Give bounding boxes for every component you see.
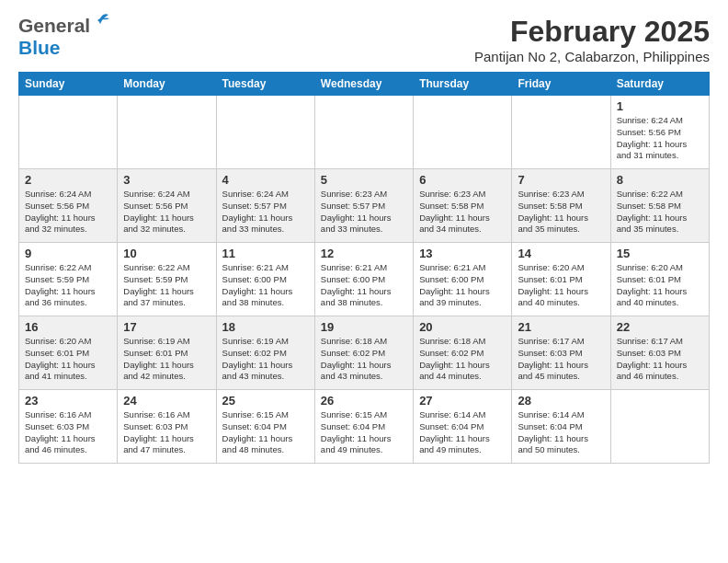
day-info: Sunrise: 6:14 AM Sunset: 6:04 PM Dayligh… — [419, 409, 506, 456]
calendar-cell: 17Sunrise: 6:19 AM Sunset: 6:01 PM Dayli… — [118, 316, 216, 390]
day-number: 21 — [518, 320, 604, 334]
calendar-cell: 16Sunrise: 6:20 AM Sunset: 6:01 PM Dayli… — [19, 316, 118, 390]
day-info: Sunrise: 6:24 AM Sunset: 5:57 PM Dayligh… — [222, 189, 309, 236]
calendar-cell — [512, 96, 610, 169]
calendar-cell: 19Sunrise: 6:18 AM Sunset: 6:02 PM Dayli… — [314, 316, 413, 390]
day-number: 13 — [419, 247, 506, 260]
day-info: Sunrise: 6:19 AM Sunset: 6:01 PM Dayligh… — [123, 336, 210, 383]
calendar-cell: 14Sunrise: 6:20 AM Sunset: 6:01 PM Dayli… — [512, 243, 610, 316]
calendar-cell: 21Sunrise: 6:17 AM Sunset: 6:03 PM Dayli… — [512, 316, 610, 390]
calendar-cell: 4Sunrise: 6:24 AM Sunset: 5:57 PM Daylig… — [216, 169, 314, 243]
day-info: Sunrise: 6:20 AM Sunset: 6:01 PM Dayligh… — [518, 262, 604, 309]
calendar-cell: 11Sunrise: 6:21 AM Sunset: 6:00 PM Dayli… — [216, 243, 314, 316]
day-info: Sunrise: 6:21 AM Sunset: 6:00 PM Dayligh… — [419, 262, 506, 309]
day-info: Sunrise: 6:16 AM Sunset: 6:03 PM Dayligh… — [25, 409, 111, 456]
day-number: 12 — [321, 247, 407, 260]
day-number: 8 — [617, 173, 703, 187]
day-info: Sunrise: 6:14 AM Sunset: 6:04 PM Dayligh… — [518, 409, 604, 456]
month-title: February 2025 — [474, 15, 710, 49]
day-info: Sunrise: 6:23 AM Sunset: 5:58 PM Dayligh… — [419, 189, 506, 236]
header-day-monday: Monday — [118, 73, 216, 96]
calendar-cell: 18Sunrise: 6:19 AM Sunset: 6:02 PM Dayli… — [216, 316, 314, 390]
day-number: 25 — [222, 394, 309, 408]
calendar-cell — [19, 96, 118, 169]
title-area: February 2025 Pantijan No 2, Calabarzon,… — [474, 15, 710, 64]
calendar-cell: 20Sunrise: 6:18 AM Sunset: 6:02 PM Dayli… — [414, 316, 512, 390]
day-info: Sunrise: 6:22 AM Sunset: 5:58 PM Dayligh… — [617, 189, 703, 236]
day-number: 4 — [222, 173, 309, 187]
calendar-cell: 22Sunrise: 6:17 AM Sunset: 6:03 PM Dayli… — [610, 316, 709, 390]
day-number: 28 — [518, 394, 604, 408]
day-number: 20 — [419, 320, 506, 334]
header-day-saturday: Saturday — [610, 73, 709, 96]
day-number: 19 — [321, 320, 407, 334]
calendar-cell — [610, 390, 709, 464]
day-number: 23 — [25, 394, 111, 408]
day-info: Sunrise: 6:22 AM Sunset: 5:59 PM Dayligh… — [123, 262, 210, 309]
calendar-table: SundayMondayTuesdayWednesdayThursdayFrid… — [18, 72, 710, 464]
day-info: Sunrise: 6:18 AM Sunset: 6:02 PM Dayligh… — [419, 336, 506, 383]
header-day-friday: Friday — [512, 73, 610, 96]
calendar-cell: 12Sunrise: 6:21 AM Sunset: 6:00 PM Dayli… — [314, 243, 413, 316]
day-number: 18 — [222, 320, 309, 334]
logo-general-text: General — [18, 15, 90, 37]
day-info: Sunrise: 6:15 AM Sunset: 6:04 PM Dayligh… — [222, 409, 309, 456]
calendar-cell: 27Sunrise: 6:14 AM Sunset: 6:04 PM Dayli… — [414, 390, 512, 464]
day-number: 15 — [617, 247, 703, 260]
calendar-week-row: 16Sunrise: 6:20 AM Sunset: 6:01 PM Dayli… — [19, 316, 710, 390]
calendar-cell: 2Sunrise: 6:24 AM Sunset: 5:56 PM Daylig… — [19, 169, 118, 243]
logo-blue-text: Blue — [18, 37, 61, 58]
day-number: 9 — [25, 247, 111, 260]
calendar-cell: 15Sunrise: 6:20 AM Sunset: 6:01 PM Dayli… — [610, 243, 709, 316]
day-info: Sunrise: 6:21 AM Sunset: 6:00 PM Dayligh… — [222, 262, 309, 309]
header-day-thursday: Thursday — [414, 73, 512, 96]
calendar-cell: 6Sunrise: 6:23 AM Sunset: 5:58 PM Daylig… — [414, 169, 512, 243]
calendar-week-row: 2Sunrise: 6:24 AM Sunset: 5:56 PM Daylig… — [19, 169, 710, 243]
day-number: 10 — [123, 247, 210, 260]
day-number: 6 — [419, 173, 506, 187]
calendar-cell: 13Sunrise: 6:21 AM Sunset: 6:00 PM Dayli… — [414, 243, 512, 316]
day-info: Sunrise: 6:17 AM Sunset: 6:03 PM Dayligh… — [518, 336, 604, 383]
calendar-cell: 10Sunrise: 6:22 AM Sunset: 5:59 PM Dayli… — [118, 243, 216, 316]
header-day-wednesday: Wednesday — [314, 73, 413, 96]
logo: General Blue — [18, 15, 112, 59]
header-day-sunday: Sunday — [19, 73, 118, 96]
day-info: Sunrise: 6:19 AM Sunset: 6:02 PM Dayligh… — [222, 336, 309, 383]
calendar-cell: 7Sunrise: 6:23 AM Sunset: 5:58 PM Daylig… — [512, 169, 610, 243]
calendar-cell: 23Sunrise: 6:16 AM Sunset: 6:03 PM Dayli… — [19, 390, 118, 464]
day-info: Sunrise: 6:24 AM Sunset: 5:56 PM Dayligh… — [617, 115, 703, 162]
logo-text: General Blue — [18, 15, 112, 59]
day-number: 27 — [419, 394, 506, 408]
day-info: Sunrise: 6:23 AM Sunset: 5:57 PM Dayligh… — [321, 189, 407, 236]
calendar-header-row: SundayMondayTuesdayWednesdayThursdayFrid… — [19, 73, 710, 96]
calendar-cell — [216, 96, 314, 169]
calendar-cell — [314, 96, 413, 169]
calendar-cell: 3Sunrise: 6:24 AM Sunset: 5:56 PM Daylig… — [118, 169, 216, 243]
day-info: Sunrise: 6:15 AM Sunset: 6:04 PM Dayligh… — [321, 409, 407, 456]
calendar-week-row: 1Sunrise: 6:24 AM Sunset: 5:56 PM Daylig… — [19, 96, 710, 169]
day-info: Sunrise: 6:24 AM Sunset: 5:56 PM Dayligh… — [25, 189, 111, 236]
calendar-week-row: 23Sunrise: 6:16 AM Sunset: 6:03 PM Dayli… — [19, 390, 710, 464]
day-info: Sunrise: 6:24 AM Sunset: 5:56 PM Dayligh… — [123, 189, 210, 236]
day-info: Sunrise: 6:16 AM Sunset: 6:03 PM Dayligh… — [123, 409, 210, 456]
calendar-cell — [118, 96, 216, 169]
day-number: 17 — [123, 320, 210, 334]
day-number: 16 — [25, 320, 111, 334]
day-info: Sunrise: 6:22 AM Sunset: 5:59 PM Dayligh… — [25, 262, 111, 309]
day-info: Sunrise: 6:20 AM Sunset: 6:01 PM Dayligh… — [25, 336, 111, 383]
day-number: 14 — [518, 247, 604, 260]
day-number: 11 — [222, 247, 309, 260]
calendar-cell — [414, 96, 512, 169]
calendar-cell: 5Sunrise: 6:23 AM Sunset: 5:57 PM Daylig… — [314, 169, 413, 243]
calendar-cell: 25Sunrise: 6:15 AM Sunset: 6:04 PM Dayli… — [216, 390, 314, 464]
calendar-cell: 8Sunrise: 6:22 AM Sunset: 5:58 PM Daylig… — [610, 169, 709, 243]
logo-bird-icon — [92, 12, 112, 32]
header-day-tuesday: Tuesday — [216, 73, 314, 96]
day-number: 3 — [123, 173, 210, 187]
calendar-cell: 24Sunrise: 6:16 AM Sunset: 6:03 PM Dayli… — [118, 390, 216, 464]
day-info: Sunrise: 6:17 AM Sunset: 6:03 PM Dayligh… — [617, 336, 703, 383]
day-number: 7 — [518, 173, 604, 187]
calendar-cell: 1Sunrise: 6:24 AM Sunset: 5:56 PM Daylig… — [610, 96, 709, 169]
day-number: 22 — [617, 320, 703, 334]
day-info: Sunrise: 6:21 AM Sunset: 6:00 PM Dayligh… — [321, 262, 407, 309]
